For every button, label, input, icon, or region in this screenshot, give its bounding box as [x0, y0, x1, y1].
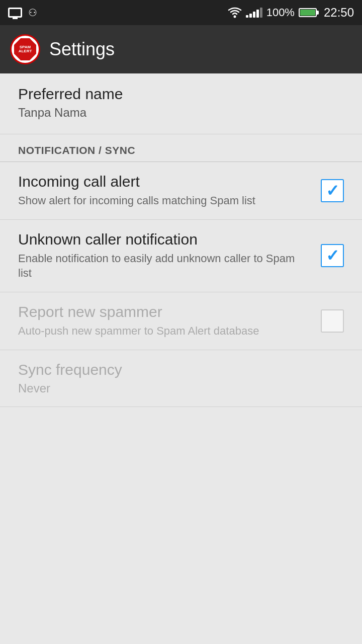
wifi-icon [228, 7, 242, 18]
stop-sign: SPAM ALERT [14, 38, 36, 60]
preferred-name-item[interactable]: Preferred name Tanpa Nama [0, 73, 362, 134]
content: Preferred name Tanpa Nama NOTIFICATION /… [0, 73, 362, 407]
sync-frequency-item: Sync frequency Never [0, 350, 362, 407]
report-spammer-desc: Auto-push new spammer to Spam Alert data… [18, 324, 311, 339]
screen-icon [8, 8, 22, 18]
notification-section-header: NOTIFICATION / SYNC [0, 134, 362, 162]
unknown-caller-desc: Enable notification to easily add unknow… [18, 251, 311, 281]
status-right-icons: 100% 22:50 [228, 6, 354, 20]
unknown-caller-item[interactable]: Unknown caller notification Enable notif… [0, 220, 362, 292]
incoming-call-alert-checkbox[interactable] [321, 179, 344, 202]
battery-percent: 100% [266, 6, 295, 19]
report-spammer-title: Report new spammer [18, 303, 311, 320]
app-logo: SPAM ALERT [10, 34, 40, 64]
signal-bars [246, 8, 262, 18]
logo-text-line2: ALERT [19, 49, 32, 53]
battery-icon [299, 8, 317, 17]
unknown-caller-checkbox[interactable] [321, 244, 344, 267]
status-time: 22:50 [324, 6, 354, 20]
incoming-call-alert-item[interactable]: Incoming call alert Show alert for incom… [0, 162, 362, 220]
unknown-caller-text: Unknown caller notification Enable notif… [18, 231, 321, 281]
app-bar: SPAM ALERT Settings [0, 25, 362, 73]
report-spammer-checkbox [321, 309, 344, 333]
report-spammer-text: Report new spammer Auto-push new spammer… [18, 303, 321, 339]
preferred-name-label: Preferred name [18, 86, 344, 103]
sync-frequency-label: Sync frequency [18, 361, 344, 378]
svg-point-0 [233, 16, 236, 18]
preferred-name-value: Tanpa Nama [18, 106, 344, 120]
incoming-call-alert-desc: Show alert for incoming calls matching S… [18, 193, 311, 208]
status-bar: ⚇ 100% 22:50 [0, 0, 362, 25]
status-left-icons: ⚇ [8, 7, 37, 19]
sync-frequency-value: Never [18, 381, 344, 395]
app-title: Settings [49, 39, 115, 60]
unknown-caller-title: Unknown caller notification [18, 231, 311, 248]
usb-icon: ⚇ [28, 7, 37, 19]
incoming-call-alert-text: Incoming call alert Show alert for incom… [18, 173, 321, 208]
report-spammer-item: Report new spammer Auto-push new spammer… [0, 292, 362, 350]
section-header-text: NOTIFICATION / SYNC [18, 144, 135, 156]
incoming-call-alert-title: Incoming call alert [18, 173, 311, 190]
